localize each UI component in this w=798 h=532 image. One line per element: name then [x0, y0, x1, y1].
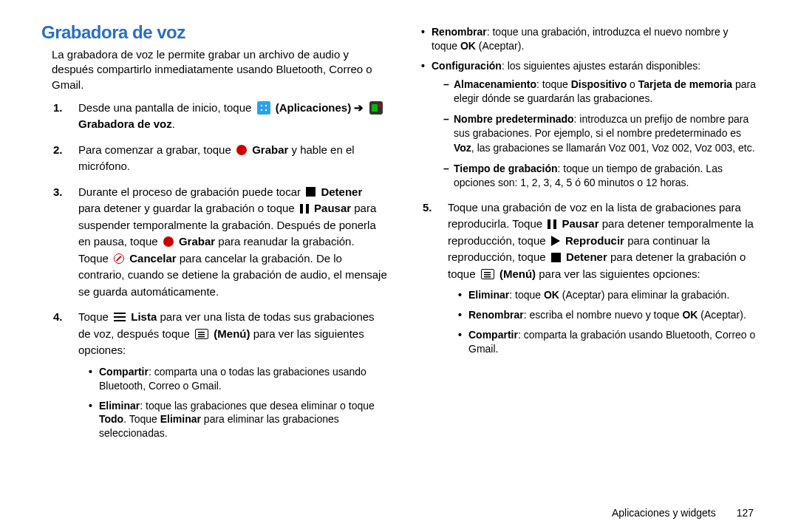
- list-item: Renombrar: toque una grabación, introduz…: [421, 25, 757, 53]
- list-item: Compartir: comparta la grabación usando …: [458, 328, 757, 356]
- list-item: Eliminar: toque las grabaciones que dese…: [89, 399, 387, 441]
- list-item: Almacenamiento: toque Dispositivo o Tarj…: [443, 78, 757, 106]
- steps-list: 1. Desde una pantalla de inicio, toque (…: [41, 100, 387, 440]
- step-2: 2. Para comenzar a grabar, toque Grabar …: [78, 142, 387, 175]
- voice-recorder-icon: [369, 101, 383, 115]
- list-item: Configuración: los siguientes ajustes es…: [421, 59, 757, 191]
- cancel-icon: [114, 253, 124, 264]
- list-icon: [114, 313, 126, 322]
- step-3: 3. Durante el proceso de grabación puede…: [78, 184, 387, 301]
- left-column: Grabadora de voz La grabadora de voz le …: [30, 22, 399, 483]
- record-icon: [163, 236, 174, 247]
- stop-icon: [306, 187, 316, 197]
- menu-icon: [481, 269, 494, 279]
- step4-bullets: Compartir: comparta una o todas las grab…: [78, 365, 387, 440]
- list-item: Nombre predeterminado: introduzca un pre…: [443, 112, 757, 156]
- play-icon: [551, 236, 560, 246]
- list-item: Tiempo de grabación: toque un tiempo de …: [443, 162, 757, 191]
- page: Grabadora de voz La grabadora de voz le …: [0, 0, 798, 497]
- step-5: 5. Toque una grabación de voz en la list…: [448, 200, 757, 356]
- step4-bullets-cont: Renombrar: toque una grabación, introduz…: [411, 25, 757, 191]
- steps-list-cont: 5. Toque una grabación de voz en la list…: [411, 200, 757, 356]
- intro-text: La grabadora de voz le permite grabar un…: [52, 47, 387, 92]
- menu-icon: [195, 329, 208, 339]
- footer-section: Aplicaciones y widgets: [612, 507, 716, 519]
- stop-icon: [551, 253, 561, 262]
- config-dashes: Almacenamiento: toque Dispositivo o Tarj…: [432, 78, 757, 191]
- record-icon: [236, 145, 247, 155]
- heading: Grabadora de voz: [41, 22, 387, 43]
- step-4: 4. Toque Lista para ver una lista de tod…: [78, 309, 387, 440]
- list-item: Eliminar: toque OK (Aceptar) para elimin…: [458, 288, 757, 302]
- step5-bullets: Eliminar: toque OK (Aceptar) para elimin…: [448, 288, 757, 356]
- list-item: Compartir: comparta una o todas las grab…: [89, 365, 387, 393]
- list-item: Renombrar: escriba el nombre nuevo y toq…: [458, 308, 757, 322]
- footer: Aplicaciones y widgets 127: [612, 507, 754, 519]
- apps-icon: [257, 101, 270, 115]
- step-1: 1. Desde una pantalla de inicio, toque (…: [78, 100, 387, 133]
- right-column: Renombrar: toque una grabación, introduz…: [399, 22, 768, 483]
- pause-icon: [548, 219, 556, 229]
- pause-icon: [300, 204, 309, 214]
- page-number: 127: [737, 507, 754, 519]
